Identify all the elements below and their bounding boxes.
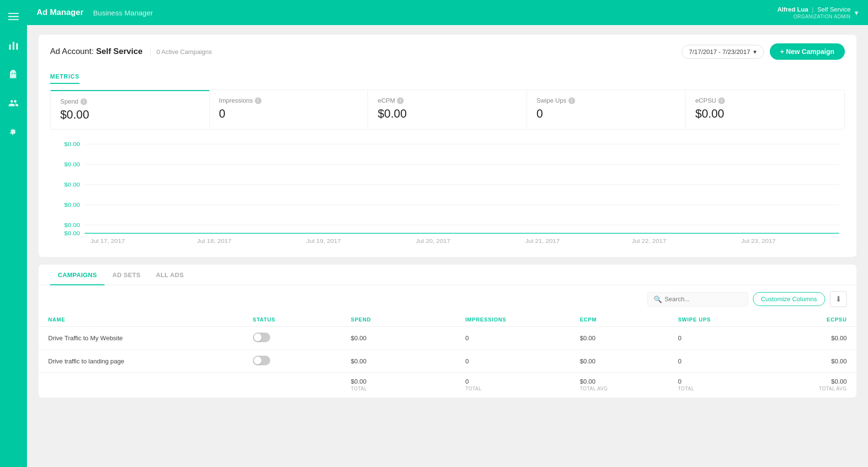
col-header-spend: SPEND: [341, 313, 456, 327]
metric-name: eCPSU i: [695, 97, 835, 104]
search-input[interactable]: [665, 295, 742, 303]
metric-info-icon[interactable]: i: [397, 97, 404, 104]
metrics-label: METRICS: [50, 67, 79, 84]
table-controls: 🔍 Customize Columns ⬇: [39, 285, 856, 313]
col-header-name: NAME: [39, 313, 243, 327]
tab-all-ads[interactable]: ALL ADS: [148, 265, 192, 285]
account-header: Ad Account: Self Service 0 Active Campai…: [39, 35, 856, 67]
totals-status-cell: [243, 373, 342, 398]
table-row: Drive traffic to landing page $0.00 0 $0…: [39, 350, 856, 373]
metric-value: $0.00: [695, 107, 835, 120]
totals-name-cell: [39, 373, 243, 398]
hamburger-icon[interactable]: [5, 8, 22, 25]
campaign-ecpm-cell: $0.00: [570, 327, 669, 350]
svg-text:$0.00: $0.00: [64, 141, 80, 147]
metric-value: 0: [219, 107, 358, 120]
date-chevron-icon: ▾: [753, 48, 757, 55]
ghost-icon[interactable]: [5, 66, 22, 83]
tab-campaigns[interactable]: CAMPAIGNS: [50, 265, 105, 285]
total-spend-value: $0.00: [351, 378, 446, 385]
account-header-left: Ad Account: Self Service 0 Active Campai…: [50, 47, 212, 56]
totals-spend-cell: $0.00 TOTAL: [341, 373, 456, 398]
svg-rect-3: [9, 44, 11, 50]
svg-text:Jul 22, 2017: Jul 22, 2017: [632, 238, 667, 244]
metric-name: Swipe Ups i: [537, 97, 676, 104]
chart-area: $0.00 $0.00 $0.00 $0.00 $0.00 $0.00 Jul …: [39, 130, 856, 257]
svg-text:Jul 21, 2017: Jul 21, 2017: [525, 238, 560, 244]
metric-cell-impressions[interactable]: Impressions i 0: [210, 90, 368, 129]
user-pipe: |: [812, 6, 814, 13]
account-label: Ad Account:: [50, 47, 94, 56]
campaign-name-cell: Drive traffic to landing page: [39, 350, 243, 373]
chart-icon[interactable]: [5, 37, 22, 54]
content-area: Ad Account: Self Service 0 Active Campai…: [27, 25, 868, 467]
metric-value: $0.00: [60, 108, 199, 121]
sidebar: [0, 0, 27, 467]
metric-name: eCPM i: [378, 97, 517, 104]
customize-columns-button[interactable]: Customize Columns: [753, 292, 825, 306]
metric-value: 0: [537, 107, 676, 120]
search-icon: 🔍: [654, 295, 662, 303]
total-spend-label: TOTAL: [351, 386, 367, 391]
table-header-row: NAME STATUS SPEND IMPRESSIONS ECPM SWIPE…: [39, 313, 856, 327]
campaign-toggle[interactable]: [253, 333, 270, 342]
totals-impressions-cell: 0 TOTAL: [456, 373, 570, 398]
svg-rect-4: [13, 42, 14, 50]
svg-text:$0.00: $0.00: [64, 202, 80, 208]
user-service: Self Service: [817, 6, 851, 13]
nav-left: Ad Manager Business Manager: [37, 8, 153, 17]
svg-rect-1: [8, 16, 19, 17]
tabs: CAMPAIGNS AD SETS ALL ADS: [39, 265, 856, 285]
metric-info-icon[interactable]: i: [255, 97, 262, 104]
total-swipeups-label: TOTAL: [678, 386, 694, 391]
new-campaign-button[interactable]: + New Campaign: [770, 43, 845, 60]
col-header-swipe-ups: SWIPE UPS: [668, 313, 766, 327]
campaign-status-cell: [243, 327, 342, 350]
metric-cell-spend[interactable]: Spend i $0.00: [51, 90, 210, 129]
col-header-ecpsu: ECPSU: [766, 313, 856, 327]
campaign-impressions-cell: 0: [456, 327, 570, 350]
active-campaigns-badge: 0 Active Campaigns: [150, 48, 212, 55]
campaign-spend-cell: $0.00: [341, 350, 456, 373]
user-name-line: Alfred Lua | Self Service: [777, 6, 851, 13]
campaign-spend-cell: $0.00: [341, 327, 456, 350]
tab-ad-sets[interactable]: AD SETS: [105, 265, 148, 285]
campaign-status-cell: [243, 350, 342, 373]
people-icon[interactable]: [5, 94, 22, 112]
metric-cell-swipe-ups[interactable]: Swipe Ups i 0: [527, 90, 686, 129]
totals-ecpsu-cell: $0.00 TOTAL AVG: [766, 373, 856, 398]
user-chevron-icon[interactable]: ▾: [855, 8, 858, 17]
date-picker[interactable]: 7/17/2017 - 7/23/2017 ▾: [682, 45, 763, 59]
app-subtitle[interactable]: Business Manager: [93, 9, 153, 17]
totals-row: $0.00 TOTAL 0 TOTAL $0.00 TOTAL AVG 0: [39, 373, 856, 398]
metric-cell-ecpm[interactable]: eCPM i $0.00: [368, 90, 527, 129]
account-name: Self Service: [96, 47, 142, 56]
metric-info-icon[interactable]: i: [568, 97, 575, 104]
col-header-ecpm: ECPM: [570, 313, 669, 327]
search-box: 🔍: [647, 292, 748, 307]
download-button[interactable]: ⬇: [830, 291, 847, 307]
metric-info-icon[interactable]: i: [718, 97, 725, 104]
campaign-impressions-cell: 0: [456, 350, 570, 373]
user-role: ORGANIZATION ADMIN: [777, 14, 851, 19]
metric-info-icon[interactable]: i: [80, 98, 87, 105]
col-header-impressions: IMPRESSIONS: [456, 313, 570, 327]
metric-cell-ecpsu[interactable]: eCPSU i $0.00: [685, 90, 844, 129]
campaign-toggle[interactable]: [253, 356, 270, 365]
svg-text:Jul 17, 2017: Jul 17, 2017: [91, 238, 125, 244]
metrics-grid: Spend i $0.00 Impressions i 0 eCPM i $0.…: [50, 90, 845, 130]
settings-icon[interactable]: [5, 123, 22, 141]
table-row: Drive Traffic to My Website $0.00 0 $0.0…: [39, 327, 856, 350]
user-name: Alfred Lua: [777, 6, 808, 13]
total-impressions-label: TOTAL: [465, 386, 482, 391]
campaigns-card: CAMPAIGNS AD SETS ALL ADS 🔍 Customize Co…: [39, 265, 856, 398]
svg-text:$0.00: $0.00: [64, 161, 80, 168]
svg-rect-2: [8, 19, 19, 20]
metrics-card: Ad Account: Self Service 0 Active Campai…: [39, 35, 856, 257]
svg-text:$0.00: $0.00: [64, 222, 80, 228]
svg-text:Jul 19, 2017: Jul 19, 2017: [306, 238, 341, 244]
metric-value: $0.00: [378, 107, 517, 120]
campaign-name-cell: Drive Traffic to My Website: [39, 327, 243, 350]
total-ecpm-value: $0.00: [580, 378, 659, 385]
main-wrapper: Ad Manager Business Manager Alfred Lua |…: [27, 0, 868, 467]
